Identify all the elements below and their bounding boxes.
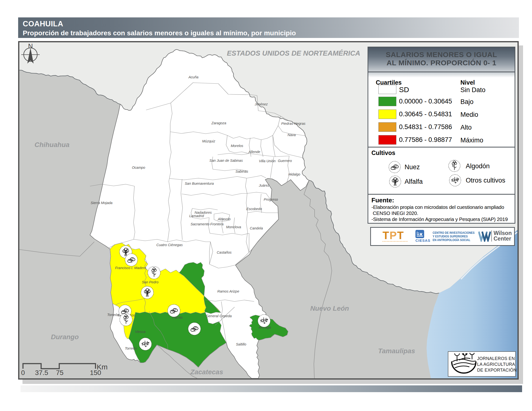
legend-title-line1: SALARIOS MENORES O IGUAL	[368, 47, 515, 59]
cultivo-nuez-label: Nuez	[405, 163, 420, 171]
legend-cultivos: Cultivos Nuez Algodón Alfalfa Otros cult…	[368, 148, 515, 194]
cultivo-otros-icon	[449, 174, 461, 187]
legend-level-bajo: Bajo	[460, 98, 474, 106]
wilson-line-2: Center	[494, 236, 512, 242]
map-title: COAHUILA	[23, 19, 519, 28]
cultivo-otros-label: Otros cultivos	[466, 177, 505, 184]
legend-fuente: Fuente: -Elaboración propia con microdat…	[368, 195, 515, 222]
wilson-center-logo: Wilson Center	[478, 230, 512, 242]
ciesas-line-3: EN ANTROPOLOGÍA SOCIAL	[433, 238, 475, 242]
cultivos-title: Cultivos	[371, 149, 395, 156]
ciesas-line-2: Y ESTUDIOS SUPERIORES	[433, 235, 475, 238]
legend-range-bajo: 0.00000 - 0.30645	[399, 98, 452, 105]
jornaleros-line-3: DE EXPORTACIÓN	[477, 367, 517, 373]
map-subtitle: Proporción de trabajadores con salarios …	[23, 29, 519, 37]
legend-swatch-maximo	[379, 135, 396, 145]
jornaleros-line-2: LA AGRICULTURA	[477, 361, 517, 367]
ciesas-logo: CIESAS CENTRO DE INVESTIGACIONES Y ESTUD…	[416, 230, 477, 243]
legend-range-maximo: 0.77586 - 0.98877	[399, 136, 452, 144]
cultivo-alfalfa-icon	[389, 175, 401, 188]
legend-level-sd: Sin Dato	[460, 86, 485, 94]
legend-classes: Cuartiles Nivel SD 0.00000 - 0.30645 0.3…	[368, 78, 515, 147]
wilson-line-1: Wilson	[494, 230, 512, 236]
cultivo-algodon-icon	[448, 159, 461, 172]
map-frame: N 0 37.5 75 150 Km ESTADOS UNIDOS DE NOR…	[18, 41, 519, 380]
legend-swatch-alto	[379, 122, 396, 132]
bottom-gradient-bar	[20, 385, 522, 392]
fuente-line-2: CENSO INEGI 2020.	[371, 210, 515, 216]
legend-range-alto: 0.54831 - 0.77586	[399, 123, 452, 131]
ciesas-icon	[416, 230, 424, 238]
legend-title-line2: AL MÍNIMO. PROPORCIÓN 0- 1	[368, 59, 515, 67]
jornaleros-logo-drawing	[450, 353, 478, 376]
legend-col-nivel: Nivel	[460, 79, 475, 86]
legend-level-medio: Medio	[460, 111, 478, 119]
tpt-logo-subtext	[382, 241, 408, 242]
fuente-line-1: -Elaboración propia con microdatos del c…	[371, 204, 515, 210]
legend-swatch-medio	[379, 110, 396, 119]
legend-panel: SALARIOS MENORES O IGUAL AL MÍNIMO. PROP…	[368, 47, 515, 224]
jornaleros-logo-box: JORNALEROS EN LA AGRICULTURA DE EXPORTAC…	[448, 351, 516, 377]
ciesas-line-1: CENTRO DE INVESTIGACIONES	[433, 231, 475, 235]
legend-range-sd: SD	[399, 86, 409, 94]
tpt-letters: TPT	[382, 231, 414, 240]
legend-level-alto: Alto	[460, 124, 472, 131]
legend-level-maximo: Máximo	[460, 137, 483, 144]
logos-panel: TPT CIESAS CENTRO DE INVESTIGACIONES Y E…	[370, 227, 515, 246]
legend-header-fade	[368, 72, 515, 78]
fuente-title: Fuente:	[371, 196, 515, 204]
legend-swatch-bajo	[379, 97, 396, 106]
cultivo-alfalfa-label: Alfalfa	[405, 178, 423, 186]
ciesas-acronym: CIESAS	[416, 238, 430, 243]
tpt-logo: TPT	[382, 231, 414, 242]
cultivo-algodon-label: Algodón	[466, 162, 490, 170]
legend-swatch-sd	[379, 85, 396, 94]
fuente-line-3: -Sistema de Información Agropecuaria y P…	[371, 216, 515, 222]
map-title-bar: COAHUILA Proporción de trabajadores con …	[18, 17, 519, 38]
cultivo-nuez-icon	[388, 161, 401, 173]
wilson-monogram	[478, 230, 491, 242]
jornaleros-line-1: JORNALEROS EN	[477, 356, 517, 361]
legend-range-medio: 0.30645 - 0.54831	[399, 111, 452, 118]
legend-header: SALARIOS MENORES O IGUAL AL MÍNIMO. PROP…	[368, 47, 515, 72]
page: COAHUILA Proporción de trabajadores con …	[0, 0, 532, 411]
